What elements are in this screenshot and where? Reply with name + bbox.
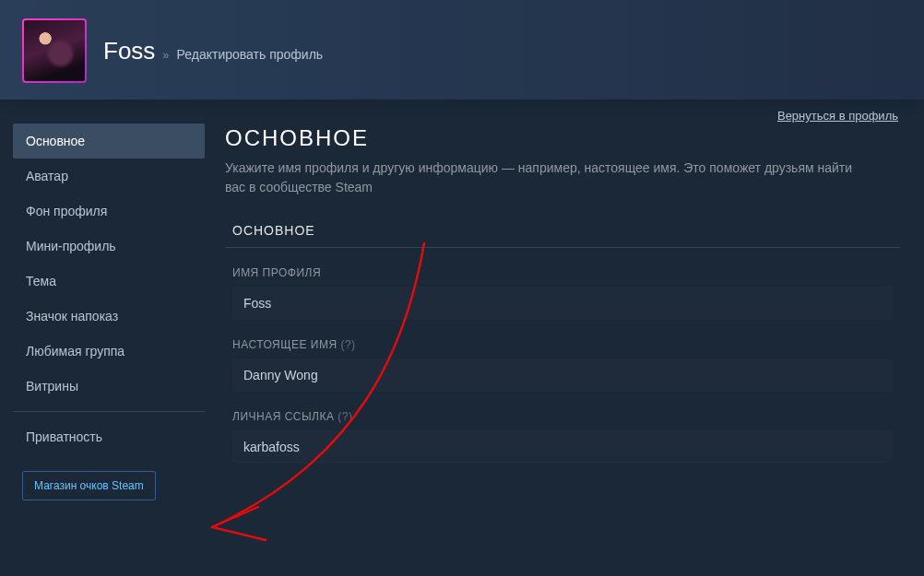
sidebar-item-theme[interactable]: Тема [13, 264, 205, 299]
profile-header: Foss » Редактировать профиль [0, 0, 924, 100]
sidebar-item-label: Тема [26, 274, 56, 288]
sidebar-item-showcases[interactable]: Витрины [13, 369, 205, 404]
sidebar-item-label: Приватность [26, 429, 102, 444]
sidebar-item-label: Витрины [26, 379, 78, 394]
sidebar-item-label: Мини-профиль [26, 239, 116, 253]
page-description: Укажите имя профиля и другую информацию … [225, 159, 871, 197]
breadcrumb-current: Редактировать профиль [177, 47, 324, 62]
sidebar-item-label: Значок напоказ [26, 309, 118, 323]
real-name-input[interactable] [232, 359, 893, 392]
sidebar-item-label: Аватар [26, 169, 68, 183]
breadcrumb-separator: » [162, 48, 169, 62]
help-hint-icon[interactable]: (?) [340, 338, 355, 351]
breadcrumb: Foss » Редактировать профиль [103, 37, 323, 65]
sidebar: Основное Аватар Фон профиля Мини-профиль… [13, 112, 205, 500]
field-label-text: ЛИЧНАЯ ССЫЛКА [232, 410, 335, 423]
profile-name-input[interactable] [232, 287, 893, 320]
field-real-name: НАСТОЯЩЕЕ ИМЯ (?) [225, 338, 900, 392]
profile-username[interactable]: Foss [103, 37, 155, 65]
sidebar-divider [13, 411, 205, 412]
sidebar-item-fav-group[interactable]: Любимая группа [13, 334, 205, 369]
field-profile-name: ИМЯ ПРОФИЛЯ [225, 266, 900, 320]
back-link-label: Вернуться в профиль [777, 109, 898, 123]
avatar-image [24, 20, 85, 81]
back-to-profile-link[interactable]: Вернуться в профиль [777, 109, 898, 123]
custom-url-input[interactable] [232, 430, 893, 464]
sidebar-item-fav-badge[interactable]: Значок напоказ [13, 299, 205, 334]
field-label: ЛИЧНАЯ ССЫЛКА (?) [232, 410, 893, 423]
section-header-general: ОСНОВНОЕ [225, 210, 900, 248]
field-label: ИМЯ ПРОФИЛЯ [232, 266, 893, 279]
page-title: ОСНОВНОЕ [225, 125, 900, 151]
field-label: НАСТОЯЩЕЕ ИМЯ (?) [232, 338, 893, 351]
sidebar-item-label: Основное [26, 134, 85, 148]
sidebar-item-label: Фон профиля [26, 204, 107, 218]
avatar[interactable] [22, 18, 87, 83]
sidebar-item-privacy[interactable]: Приватность [13, 419, 205, 454]
main-content: Вернуться в профиль ОСНОВНОЕ Укажите имя… [225, 112, 900, 500]
field-label-text: НАСТОЯЩЕЕ ИМЯ [232, 338, 338, 351]
sidebar-item-miniprofile[interactable]: Мини-профиль [13, 229, 205, 264]
sidebar-item-profile-bg[interactable]: Фон профиля [13, 194, 205, 229]
field-custom-url: ЛИЧНАЯ ССЫЛКА (?) [225, 410, 900, 464]
sidebar-item-general[interactable]: Основное [13, 123, 205, 159]
sidebar-item-avatar[interactable]: Аватар [13, 159, 205, 194]
points-shop-label: Магазин очков Steam [34, 479, 144, 492]
help-hint-icon[interactable]: (?) [338, 410, 352, 423]
sidebar-item-label: Любимая группа [26, 344, 124, 359]
points-shop-button[interactable]: Магазин очков Steam [22, 471, 156, 500]
